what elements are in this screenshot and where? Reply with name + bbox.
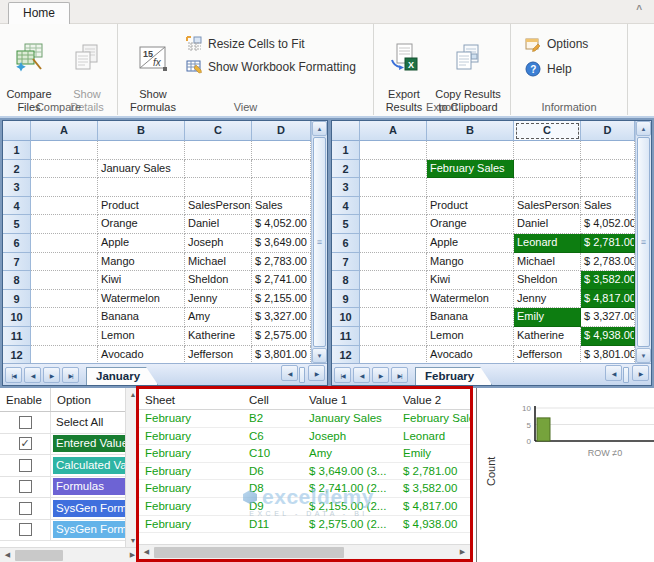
cell-a2[interactable]	[360, 160, 427, 179]
scrollbar-thumb[interactable]: ≡	[313, 137, 326, 347]
cell-d2[interactable]	[252, 160, 311, 179]
row-header-3[interactable]: 3	[3, 178, 31, 197]
cell-b2[interactable]: January Sales	[98, 160, 185, 179]
cell-c4[interactable]: SalesPerson	[514, 197, 581, 216]
results-cell-r0c0[interactable]: February	[139, 410, 243, 428]
scroll-up-icon[interactable]: ▲	[636, 121, 651, 136]
scroll-left-icon[interactable]: ◀	[139, 548, 154, 556]
cell-a3[interactable]	[31, 178, 98, 197]
cell-b12[interactable]: Avocado	[427, 346, 514, 363]
cell-c5[interactable]: Daniel	[514, 215, 581, 234]
cell-a6[interactable]	[360, 234, 427, 253]
column-header-b[interactable]: B	[98, 121, 185, 141]
column-header-b[interactable]: B	[427, 121, 514, 141]
select-all-corner[interactable]	[3, 121, 31, 141]
cell-c7[interactable]: Michael	[185, 253, 252, 272]
options-horizontal-scrollbar[interactable]: ◀ ▶	[0, 547, 140, 562]
results-cell-r6c0[interactable]: February	[139, 516, 243, 534]
cell-d11[interactable]: $ 4,938.00	[581, 327, 635, 346]
cell-b4[interactable]: Product	[98, 197, 185, 216]
row-header-7[interactable]: 7	[3, 253, 31, 272]
cell-b8[interactable]: Kiwi	[427, 271, 514, 290]
option-label[interactable]: SysGen Formulas	[53, 521, 125, 538]
row-header-11[interactable]: 11	[3, 327, 31, 346]
cell-b6[interactable]: Apple	[98, 234, 185, 253]
cell-d10[interactable]: $ 3,327.00	[252, 308, 311, 327]
row-header-3[interactable]: 3	[332, 178, 360, 197]
cell-a11[interactable]	[31, 327, 98, 346]
nav-last-icon[interactable]: ▶|	[62, 367, 79, 383]
option-label[interactable]: Calculated Values	[53, 457, 125, 474]
option-checkbox[interactable]	[19, 459, 32, 472]
cell-d6[interactable]: $ 3,649.00	[252, 234, 311, 253]
cell-c8[interactable]: Sheldon	[514, 271, 581, 290]
cell-d2[interactable]	[581, 160, 635, 179]
results-cell-r1c1[interactable]: C6	[243, 428, 303, 446]
row-header-12[interactable]: 12	[332, 346, 360, 363]
results-cell-r1c2[interactable]: Joseph	[303, 428, 397, 446]
cell-a12[interactable]	[31, 346, 98, 363]
row-header-9[interactable]: 9	[3, 290, 31, 309]
cell-d12[interactable]: $ 3,801.00	[252, 346, 311, 363]
cell-c2[interactable]	[514, 160, 581, 179]
option-checkbox[interactable]: ✓	[19, 437, 32, 450]
cell-d4[interactable]: Sales	[252, 197, 311, 216]
option-label[interactable]: Select All	[53, 414, 125, 431]
results-cell-r4c1[interactable]: D8	[243, 480, 303, 498]
cell-b9[interactable]: Watermelon	[427, 290, 514, 309]
cell-c12[interactable]: Jefferson	[514, 346, 581, 363]
cell-d8[interactable]: $ 3,582.00	[581, 271, 635, 290]
cell-d1[interactable]	[252, 141, 311, 160]
option-label[interactable]: Entered Values	[53, 435, 125, 452]
cell-a4[interactable]	[31, 197, 98, 216]
results-cell-r2c3[interactable]: Emily	[397, 445, 470, 463]
cell-b12[interactable]: Avocado	[98, 346, 185, 363]
scrollbar-thumb[interactable]	[15, 550, 63, 561]
column-header-c[interactable]: C	[514, 121, 581, 141]
results-cell-r5c3[interactable]: $ 4,817.00	[397, 498, 470, 516]
results-cell-r2c0[interactable]: February	[139, 445, 243, 463]
cell-b3[interactable]	[427, 178, 514, 197]
tab-home[interactable]: Home	[8, 2, 70, 24]
scroll-down-icon[interactable]: ▼	[312, 348, 327, 363]
cell-c3[interactable]	[185, 178, 252, 197]
option-label[interactable]: SysGen Formulas	[53, 500, 125, 517]
option-checkbox[interactable]	[19, 502, 32, 515]
cell-b1[interactable]	[427, 141, 514, 160]
hscroll-left-icon[interactable]: ◀	[281, 365, 298, 381]
nav-first-icon[interactable]: |◀	[334, 367, 351, 383]
cell-a4[interactable]	[360, 197, 427, 216]
resize-cells-button[interactable]: Resize Cells to Fit	[182, 36, 360, 52]
hscroll-left-icon[interactable]: ◀	[605, 365, 622, 381]
cell-b6[interactable]: Apple	[427, 234, 514, 253]
cell-b5[interactable]: Orange	[98, 215, 185, 234]
row-header-10[interactable]: 10	[3, 308, 31, 327]
vertical-scrollbar[interactable]: ▲ ≡ ▼	[311, 121, 327, 363]
scroll-left-icon[interactable]: ◀	[0, 551, 15, 559]
results-cell-r4c0[interactable]: February	[139, 480, 243, 498]
cell-b3[interactable]	[98, 178, 185, 197]
cell-d1[interactable]	[581, 141, 635, 160]
options-button[interactable]: Options	[521, 36, 592, 52]
cell-a9[interactable]	[360, 290, 427, 309]
cell-b10[interactable]: Banana	[427, 308, 514, 327]
column-header-a[interactable]: A	[31, 121, 98, 141]
results-cell-r5c2[interactable]: $ 2,155.00 (2...	[303, 498, 397, 516]
results-cell-r5c1[interactable]: D9	[243, 498, 303, 516]
cell-d4[interactable]: Sales	[581, 197, 635, 216]
cell-d5[interactable]: $ 4,052.00	[252, 215, 311, 234]
results-cell-r1c3[interactable]: Leonard	[397, 428, 470, 446]
cell-b5[interactable]: Orange	[427, 215, 514, 234]
cell-a1[interactable]	[31, 141, 98, 160]
row-header-8[interactable]: 8	[332, 271, 360, 290]
cell-a8[interactable]	[360, 271, 427, 290]
cell-a10[interactable]	[31, 308, 98, 327]
results-cell-r0c1[interactable]: B2	[243, 410, 303, 428]
cell-d6[interactable]: $ 2,781.00	[581, 234, 635, 253]
cell-c8[interactable]: Sheldon	[185, 271, 252, 290]
cell-c10[interactable]: Amy	[185, 308, 252, 327]
cell-a6[interactable]	[31, 234, 98, 253]
cell-d9[interactable]: $ 2,155.00	[252, 290, 311, 309]
results-cell-r3c0[interactable]: February	[139, 463, 243, 481]
cell-a10[interactable]	[360, 308, 427, 327]
